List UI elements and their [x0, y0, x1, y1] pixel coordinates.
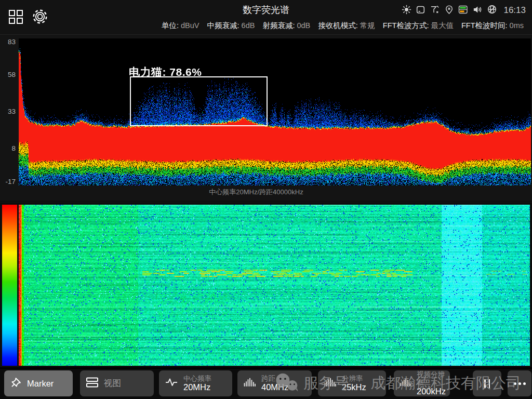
param-value: 最大值: [431, 21, 454, 30]
span-value: 40MHz: [261, 382, 288, 392]
y-axis-tick: 8: [0, 144, 16, 152]
span-button[interactable]: 跨距 40MHz: [237, 370, 312, 396]
y-axis-tick: 83: [0, 38, 16, 46]
location-off-icon: [444, 5, 454, 17]
param-value: dBuV: [181, 21, 199, 30]
center-frequency-title: 中心频率: [183, 375, 211, 383]
layout-rows-icon: [86, 377, 99, 390]
speaker-icon: [472, 5, 483, 17]
spectrum-chart[interactable]: 83 58 33 8 -17 电力猫: 78.6% 中心频率20MHz/跨距40…: [0, 34, 532, 201]
param-value: 0dB: [297, 21, 310, 30]
param-label: FFT检波方式:: [383, 21, 429, 30]
marker-button-label: Marker: [27, 379, 54, 389]
param-value: 常规: [360, 21, 375, 30]
view-button-label: 视图: [104, 378, 121, 389]
marker-button[interactable]: Marker: [4, 370, 73, 396]
waveform-icon: [165, 376, 178, 391]
span-title: 跨距: [261, 375, 288, 383]
bars-icon: [324, 376, 337, 391]
param-value: 0ms: [510, 21, 524, 30]
signal-annotation-box: [130, 76, 268, 126]
spectrum-canvas[interactable]: [19, 38, 531, 185]
param-value: 6dB: [242, 21, 255, 30]
pause-icon: [484, 379, 490, 388]
bars-icon: [400, 376, 411, 391]
center-frequency-caption: 中心频率20MHz/跨距40000kHz: [0, 188, 512, 197]
param-label: 接收机模式:: [318, 21, 358, 30]
param-label: FFT检波时间:: [461, 21, 508, 30]
y-axis-tick: 58: [0, 71, 16, 78]
resolution-button[interactable]: 分辨率 25kHz: [318, 370, 386, 396]
brightness-icon: [402, 5, 411, 17]
clock: 16:13: [503, 5, 526, 16]
video-resolution-title: 视频分辨率: [417, 370, 450, 387]
more-button[interactable]: [508, 370, 531, 396]
bottom-toolbar: Marker 视图 中心频率 20MHz: [0, 369, 532, 399]
pin-icon: [10, 377, 22, 391]
status-bar: 数字荧光谱: [0, 0, 532, 34]
globe-off-icon: [487, 4, 497, 17]
system-tray: 16:13: [402, 4, 526, 17]
signal-annotation-label: 电力猫: 78.6%: [129, 65, 202, 79]
waterfall-display[interactable]: [0, 202, 532, 367]
center-frequency-button[interactable]: 中心频率 20MHz: [159, 370, 232, 396]
signal-off-icon: [430, 5, 440, 17]
param-label: 射频衰减:: [262, 21, 295, 30]
view-button[interactable]: 视图: [80, 370, 154, 396]
resolution-title: 分辨率: [342, 375, 366, 383]
param-label: 中频衰减:: [207, 21, 240, 30]
ellipsis-icon: [514, 382, 526, 385]
center-frequency-value: 20MHz: [183, 382, 211, 392]
waterfall-canvas[interactable]: [19, 205, 530, 366]
video-resolution-button[interactable]: 视频分辨率 200kHz: [394, 370, 450, 396]
receiver-settings-row: 单位:dBuV 中频衰减:6dB 射频衰减:0dB 接收机模式:常规 FFT检波…: [156, 21, 524, 31]
y-axis-tick: -17: [0, 178, 16, 185]
video-resolution-value: 200kHz: [417, 387, 450, 396]
amplitude-colorbar: [2, 205, 17, 366]
y-axis-tick: 33: [0, 108, 16, 115]
pause-button[interactable]: [473, 370, 501, 396]
stack-status-icon: [458, 5, 468, 17]
resolution-value: 25kHz: [342, 382, 366, 392]
storage-icon: [416, 5, 425, 17]
param-label: 单位:: [162, 21, 179, 30]
bars-icon: [243, 376, 256, 391]
